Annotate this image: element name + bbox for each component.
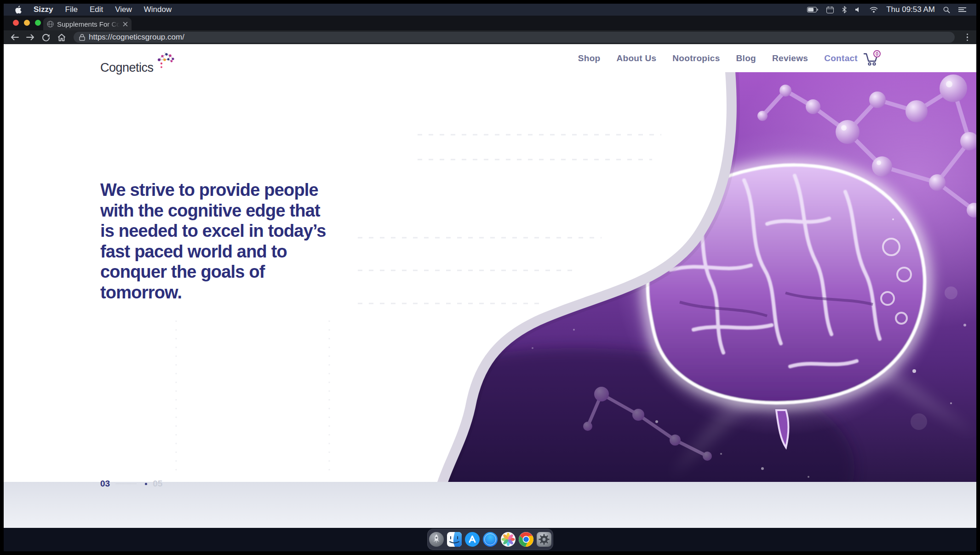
dock-safari-icon[interactable] bbox=[482, 531, 499, 548]
tab-title: Supplements For Concentratio bbox=[57, 20, 120, 28]
menubar-clock[interactable]: Thu 09:53 AM bbox=[886, 5, 935, 14]
site-header: Cognetics bbox=[4, 44, 976, 72]
volume-icon[interactable] bbox=[855, 6, 861, 13]
menubar-app-name[interactable]: Sizzy bbox=[34, 5, 53, 14]
dock-chrome-icon[interactable] bbox=[518, 531, 534, 548]
forward-button[interactable] bbox=[25, 32, 36, 43]
battery-icon[interactable] bbox=[807, 7, 818, 12]
home-button[interactable] bbox=[56, 32, 67, 43]
nav-reviews[interactable]: Reviews bbox=[772, 53, 808, 63]
mac-display: Sizzy File Edit View Window Thu 09:53 AM bbox=[4, 4, 976, 551]
slide-progress-track bbox=[115, 483, 137, 484]
zoom-window-button[interactable] bbox=[35, 20, 41, 26]
nav-blog[interactable]: Blog bbox=[736, 53, 756, 63]
apple-menu-icon[interactable] bbox=[15, 6, 22, 14]
brain-network-logo-icon bbox=[155, 50, 176, 71]
close-window-button[interactable] bbox=[13, 20, 19, 26]
cart-button[interactable]: 0 bbox=[863, 50, 882, 67]
macos-dock bbox=[427, 529, 553, 550]
address-bar[interactable]: https://cogneticsgroup.com/ bbox=[74, 32, 955, 43]
control-center-icon[interactable] bbox=[958, 7, 966, 12]
nav-nootropics[interactable]: Nootropics bbox=[672, 53, 720, 63]
dock-finder-icon[interactable] bbox=[446, 531, 463, 548]
dock-photos-icon[interactable] bbox=[500, 531, 516, 548]
slide-next: 05 bbox=[153, 479, 162, 489]
slide-separator-dot bbox=[145, 483, 147, 485]
lock-icon bbox=[79, 34, 85, 41]
next-section bbox=[4, 482, 976, 528]
nav-contact[interactable]: Contact bbox=[824, 53, 858, 63]
window-controls bbox=[13, 20, 41, 26]
nav-about-us[interactable]: About Us bbox=[616, 53, 656, 63]
dock-settings-icon[interactable] bbox=[536, 531, 552, 548]
spotlight-search-icon[interactable] bbox=[943, 6, 950, 13]
tab-close-icon[interactable] bbox=[123, 22, 128, 27]
site-nav: Shop About Us Nootropics Blog Reviews Co… bbox=[578, 44, 858, 72]
minimize-window-button[interactable] bbox=[24, 20, 30, 26]
webpage: Cognetics bbox=[4, 44, 976, 528]
hero-section: We strive to provide people with the cog… bbox=[4, 72, 976, 482]
dock-launchpad-icon[interactable] bbox=[428, 531, 445, 548]
reload-button[interactable] bbox=[40, 32, 52, 43]
browser-menu-icon[interactable] bbox=[964, 34, 971, 41]
hero-headline: We strive to provide people with the cog… bbox=[100, 180, 326, 303]
browser-toolbar: https://cogneticsgroup.com/ bbox=[4, 30, 976, 44]
slide-current: 03 bbox=[100, 479, 110, 489]
site-logo[interactable]: Cognetics bbox=[100, 50, 176, 74]
desktop-strip bbox=[4, 528, 976, 551]
menu-view[interactable]: View bbox=[115, 5, 132, 14]
screenshot-frame: Sizzy File Edit View Window Thu 09:53 AM bbox=[0, 0, 980, 555]
macos-menubar: Sizzy File Edit View Window Thu 09:53 AM bbox=[4, 4, 976, 16]
url-text: https://cogneticsgroup.com/ bbox=[89, 32, 184, 43]
slider-pagination[interactable]: 03 05 bbox=[100, 479, 162, 489]
back-button[interactable] bbox=[9, 32, 20, 43]
menu-window[interactable]: Window bbox=[144, 5, 172, 14]
menu-edit[interactable]: Edit bbox=[90, 5, 103, 14]
menu-file[interactable]: File bbox=[65, 5, 78, 14]
calendar-icon[interactable] bbox=[826, 6, 834, 13]
bluetooth-icon[interactable] bbox=[842, 6, 847, 13]
cart-badge: 0 bbox=[876, 51, 878, 57]
browser-tab[interactable]: Supplements For Concentratio bbox=[43, 17, 132, 30]
browser-tabbar: Supplements For Concentratio bbox=[4, 16, 976, 30]
dock-appstore-icon[interactable] bbox=[464, 531, 481, 548]
logo-text: Cognetics bbox=[100, 61, 154, 74]
nav-shop[interactable]: Shop bbox=[578, 53, 601, 63]
wifi-icon[interactable] bbox=[870, 7, 878, 13]
globe-icon bbox=[47, 21, 54, 28]
